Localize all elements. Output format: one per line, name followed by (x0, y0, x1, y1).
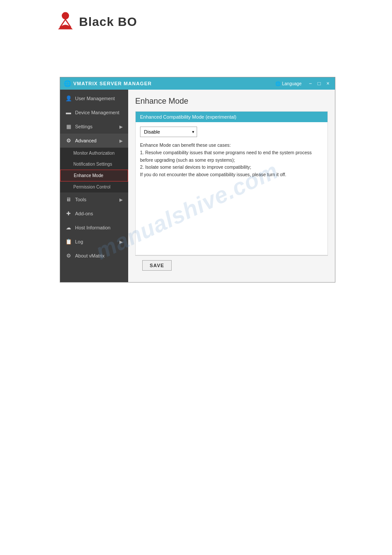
sidebar-item-tools[interactable]: 🖥 Tools ▶ (60, 192, 128, 207)
device-icon: ▬ (65, 109, 72, 116)
sub-item-label: Notification Settings (73, 162, 112, 167)
sidebar-item-add-ons[interactable]: ✚ Add-ons (60, 207, 128, 221)
app-title: VMATRIX SERVER MANAGER (73, 81, 270, 86)
sidebar-item-user-management[interactable]: 👤 User Management (60, 91, 128, 105)
maximize-button[interactable]: □ (316, 80, 323, 87)
logo-text: Black BO (79, 15, 137, 29)
sidebar-item-log[interactable]: 📋 Log ▶ (60, 235, 128, 249)
sub-item-label: Enhance Mode (74, 173, 103, 178)
sidebar-item-label: Tools (75, 197, 86, 202)
sub-item-label: Monitor Authorization (73, 151, 115, 156)
mode-select[interactable]: Disable Enable (142, 127, 195, 137)
sidebar-item-about-vmatrix[interactable]: ⚙ About vMatrix (60, 249, 128, 263)
sidebar: 👤 User Management ▬ Device Management ▦ … (60, 90, 128, 282)
app-window: 🌐 VMATRIX SERVER MANAGER 🌐 Language − □ … (60, 77, 335, 283)
sidebar-item-label: Host Information (75, 225, 111, 230)
sidebar-item-label: Advanced (75, 138, 97, 143)
advanced-icon: ⚙ (65, 138, 72, 144)
language-button[interactable]: 🌐 Language (273, 81, 305, 86)
globe-icon: 🌐 (275, 81, 281, 86)
page-title: Enhance Mode (135, 97, 328, 106)
panel-header: Enhanced Compatibility Mode (experimenta… (136, 112, 327, 122)
sub-item-label: Permission Control (73, 185, 110, 189)
description-line1: Enhance Mode can benefit these use cases… (140, 142, 231, 148)
sidebar-item-label: Log (75, 239, 83, 244)
save-area: SAVE (135, 255, 328, 275)
main-content: Enhance Mode Enhanced Compatibility Mode… (128, 90, 335, 282)
app-body: 👤 User Management ▬ Device Management ▦ … (60, 90, 335, 282)
sidebar-item-label: Device Management (75, 110, 119, 115)
black-box-logo-icon (54, 9, 76, 35)
sidebar-item-permission-control[interactable]: Permission Control (60, 181, 128, 192)
sidebar-item-enhance-mode[interactable]: Enhance Mode (60, 170, 128, 181)
title-bar: 🌐 VMATRIX SERVER MANAGER 🌐 Language − □ … (60, 77, 335, 90)
log-arrow: ▶ (119, 239, 123, 244)
content-panel: Enhanced Compatibility Mode (experimenta… (135, 111, 328, 255)
sidebar-item-notification-settings[interactable]: Notification Settings (60, 159, 128, 170)
settings-arrow: ▶ (119, 124, 123, 129)
svg-point-0 (62, 12, 69, 20)
sidebar-item-label: Settings (75, 124, 93, 129)
disable-dropdown[interactable]: Disable Enable ▼ (140, 127, 197, 137)
settings-icon: ▦ (65, 123, 72, 130)
dropdown-row: Disable Enable ▼ (140, 127, 323, 137)
sidebar-item-device-management[interactable]: ▬ Device Management (60, 105, 128, 120)
description-line4: If you do not encounter the above compat… (140, 172, 286, 177)
window-controls: − □ × (307, 80, 331, 87)
sidebar-item-host-information[interactable]: ☁ Host Information (60, 221, 128, 235)
log-icon: 📋 (65, 239, 72, 245)
minimize-button[interactable]: − (307, 80, 314, 87)
advanced-arrow: ▶ (119, 138, 123, 143)
advanced-sub-items: Monitor Authorization Notification Setti… (60, 148, 128, 192)
addons-icon: ✚ (65, 210, 72, 217)
sidebar-item-monitor-authorization[interactable]: Monitor Authorization (60, 148, 128, 159)
panel-body: Disable Enable ▼ Enhance Mode can benefi… (136, 122, 327, 255)
description-line2: 1. Resolve compatibility issues that som… (140, 150, 312, 163)
host-icon: ☁ (65, 225, 72, 231)
logo-area: Black BO (54, 9, 137, 35)
sidebar-item-advanced[interactable]: ⚙ Advanced ▶ (60, 134, 128, 148)
user-icon: 👤 (65, 95, 72, 102)
about-icon: ⚙ (65, 253, 72, 259)
description-line3: 2. Isolate some serial devices to improv… (140, 164, 251, 170)
sidebar-item-settings[interactable]: ▦ Settings ▶ (60, 120, 128, 134)
sidebar-item-label: User Management (75, 96, 115, 101)
tools-icon: 🖥 (65, 196, 72, 203)
sidebar-item-label: About vMatrix (75, 253, 104, 258)
description-text: Enhance Mode can benefit these use cases… (140, 141, 323, 178)
language-label: Language (282, 81, 302, 86)
app-icon: 🌐 (64, 80, 71, 87)
save-button[interactable]: SAVE (142, 260, 172, 271)
sidebar-item-label: Add-ons (75, 211, 93, 216)
tools-arrow: ▶ (119, 197, 123, 202)
close-button[interactable]: × (324, 80, 331, 87)
